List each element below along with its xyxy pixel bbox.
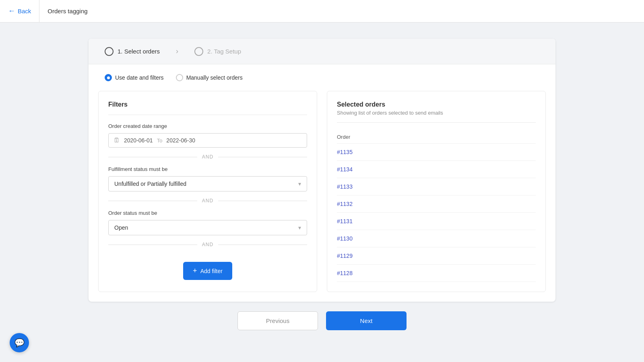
radio-date-filters-indicator	[105, 74, 112, 81]
table-row: #1133	[337, 178, 536, 195]
radio-date-filters[interactable]: Use date and filters	[105, 74, 164, 81]
and-label-2: AND	[197, 198, 218, 204]
selected-orders-panel: Selected orders Showing list of orders s…	[327, 91, 546, 292]
order-link[interactable]: #1129	[337, 253, 353, 259]
table-row: #1134	[337, 161, 536, 178]
selected-orders-subtitle: Showing list of orders selected to send …	[337, 110, 536, 123]
table-row: #1132	[337, 195, 536, 213]
back-arrow-icon: ←	[8, 7, 15, 15]
fulfillment-label: Fulfillment status must be	[108, 166, 307, 172]
previous-button[interactable]: Previous	[237, 311, 318, 330]
radio-manual-indicator	[176, 74, 183, 81]
order-link[interactable]: #1132	[337, 201, 353, 207]
add-filter-button[interactable]: + Add filter	[183, 262, 232, 280]
steps-header: 1. Select orders › 2. Tag Setup	[89, 39, 555, 64]
back-button[interactable]: ← Back	[8, 0, 39, 22]
add-filter-label: Add filter	[200, 268, 223, 274]
radio-date-filters-label: Use date and filters	[115, 74, 164, 81]
step-2-circle	[194, 47, 203, 56]
step-2-label: 2. Tag Setup	[207, 48, 241, 55]
order-status-select[interactable]: Open ▾	[108, 220, 307, 235]
back-label: Back	[18, 8, 31, 14]
plus-icon: +	[193, 267, 197, 275]
radio-manual[interactable]: Manually select orders	[176, 74, 243, 81]
date-from: 2020-06-01	[124, 137, 153, 144]
order-link[interactable]: #1134	[337, 166, 353, 173]
table-row: #1129	[337, 247, 536, 265]
and-separator-2: AND	[108, 198, 307, 204]
calendar-icon: 🗓	[114, 137, 120, 144]
order-link[interactable]: #1130	[337, 235, 353, 242]
step-1: 1. Select orders	[105, 47, 160, 56]
order-link[interactable]: #1135	[337, 149, 353, 155]
order-column-header: Order	[337, 131, 536, 144]
chat-icon: 💬	[14, 338, 25, 348]
radio-manual-label: Manually select orders	[186, 74, 243, 81]
bottom-nav: Previous Next	[89, 302, 555, 343]
step-chevron-icon: ›	[176, 47, 178, 56]
table-row: #1131	[337, 213, 536, 230]
and-separator-3: AND	[108, 242, 307, 247]
order-status-chevron-icon: ▾	[298, 224, 301, 231]
date-to: 2022-06-30	[166, 137, 195, 144]
table-row: #1130	[337, 230, 536, 247]
top-bar: ← Back Orders tagging	[0, 0, 644, 23]
and-label-1: AND	[197, 154, 218, 160]
selected-orders-title: Selected orders	[337, 101, 536, 108]
step-1-circle	[105, 47, 114, 56]
date-range-input[interactable]: 🗓 2020-06-01 To 2022-06-30	[108, 133, 307, 148]
two-col-layout: Filters Order created date range 🗓 2020-…	[89, 91, 555, 302]
fulfillment-select[interactable]: Unfulfilled or Partially fulfilled ▾	[108, 176, 307, 191]
filters-panel: Filters Order created date range 🗓 2020-…	[98, 91, 317, 292]
step-1-label: 1. Select orders	[118, 48, 160, 55]
and-label-3: AND	[197, 242, 218, 247]
filters-title: Filters	[108, 101, 307, 115]
order-link[interactable]: #1128	[337, 270, 353, 276]
order-status-value: Open	[114, 224, 128, 231]
fulfillment-chevron-icon: ▾	[298, 181, 301, 187]
table-row: #1135	[337, 144, 536, 161]
orders-list: #1135#1134#1133#1132#1131#1130#1129#1128	[337, 144, 536, 282]
fulfillment-value: Unfulfilled or Partially fulfilled	[114, 181, 186, 187]
wizard-card: 1. Select orders › 2. Tag Setup Use date…	[89, 39, 555, 302]
page-title: Orders tagging	[47, 8, 87, 14]
date-separator: To	[157, 138, 163, 144]
step-2: 2. Tag Setup	[194, 47, 241, 56]
order-link[interactable]: #1133	[337, 183, 353, 190]
main-content: 1. Select orders › 2. Tag Setup Use date…	[0, 23, 644, 362]
order-status-label: Order status must be	[108, 210, 307, 216]
date-range-label: Order created date range	[108, 123, 307, 129]
order-link[interactable]: #1131	[337, 218, 353, 224]
chat-widget[interactable]: 💬	[10, 333, 29, 352]
table-row: #1128	[337, 265, 536, 282]
and-separator-1: AND	[108, 154, 307, 160]
selection-method: Use date and filters Manually select ord…	[89, 64, 555, 91]
next-button[interactable]: Next	[326, 311, 407, 330]
